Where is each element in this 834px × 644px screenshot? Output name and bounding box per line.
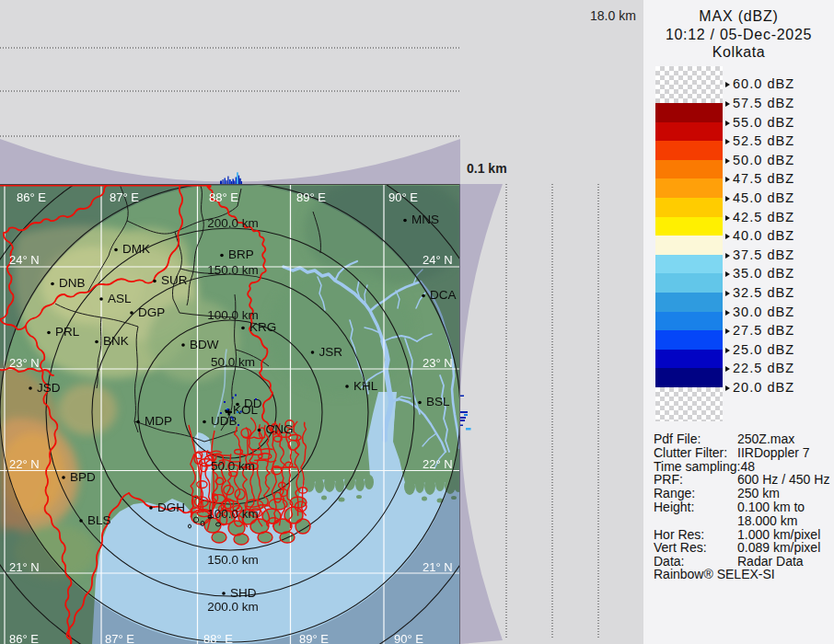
svg-text:87° E: 87° E	[110, 190, 139, 204]
svg-text:JSD: JSD	[37, 381, 61, 395]
svg-text:88° E: 88° E	[203, 632, 233, 644]
svg-text:88° E: 88° E	[209, 190, 238, 204]
svg-text:BPD: BPD	[70, 470, 96, 484]
svg-text:BDW: BDW	[190, 338, 219, 351]
svg-text:MNS: MNS	[411, 213, 439, 226]
svg-text:50.0 km: 50.0 km	[211, 355, 255, 369]
svg-text:BNK: BNK	[103, 334, 129, 348]
svg-text:50.0 km: 50.0 km	[211, 459, 255, 473]
svg-text:DGP: DGP	[138, 305, 165, 319]
svg-text:DGH: DGH	[157, 500, 185, 514]
svg-text:200.0 km: 200.0 km	[207, 216, 259, 230]
svg-text:200.0 km: 200.0 km	[207, 600, 259, 614]
svg-text:SHD: SHD	[230, 586, 257, 600]
svg-text:BLS: BLS	[87, 513, 111, 527]
svg-text:86° E: 86° E	[17, 190, 46, 204]
svg-text:JSR: JSR	[319, 345, 343, 359]
svg-text:MDP: MDP	[145, 414, 172, 428]
svg-text:KHL: KHL	[353, 379, 378, 393]
svg-text:23° N: 23° N	[423, 356, 453, 370]
svg-text:150.0 km: 150.0 km	[207, 263, 259, 277]
svg-text:86° E: 86° E	[9, 632, 39, 644]
svg-text:24° N: 24° N	[9, 253, 40, 267]
svg-text:UDB: UDB	[211, 414, 237, 428]
svg-text:22° N: 22° N	[423, 457, 453, 471]
svg-text:BRP: BRP	[228, 247, 254, 261]
svg-text:150.0 km: 150.0 km	[207, 553, 259, 567]
svg-text:BSL: BSL	[426, 395, 450, 408]
svg-text:23° N: 23° N	[9, 356, 40, 370]
svg-text:DNB: DNB	[59, 276, 86, 290]
svg-text:21° N: 21° N	[9, 560, 40, 574]
svg-text:90° E: 90° E	[388, 190, 418, 204]
svg-text:89° E: 89° E	[299, 632, 329, 644]
svg-text:ASL: ASL	[108, 292, 132, 305]
svg-text:CNG: CNG	[266, 422, 294, 436]
svg-text:DMK: DMK	[122, 242, 150, 256]
svg-text:SUR: SUR	[161, 273, 188, 287]
svg-text:100.0 km: 100.0 km	[207, 507, 259, 521]
svg-text:DCA: DCA	[430, 288, 457, 302]
svg-text:PRL: PRL	[55, 325, 80, 339]
svg-text:90° E: 90° E	[394, 632, 423, 644]
svg-text:89° E: 89° E	[296, 190, 326, 204]
svg-text:22° N: 22° N	[9, 457, 40, 471]
svg-text:KRG: KRG	[249, 320, 276, 334]
svg-text:24° N: 24° N	[423, 253, 453, 267]
svg-text:87° E: 87° E	[105, 632, 134, 644]
svg-text:21° N: 21° N	[423, 560, 453, 574]
